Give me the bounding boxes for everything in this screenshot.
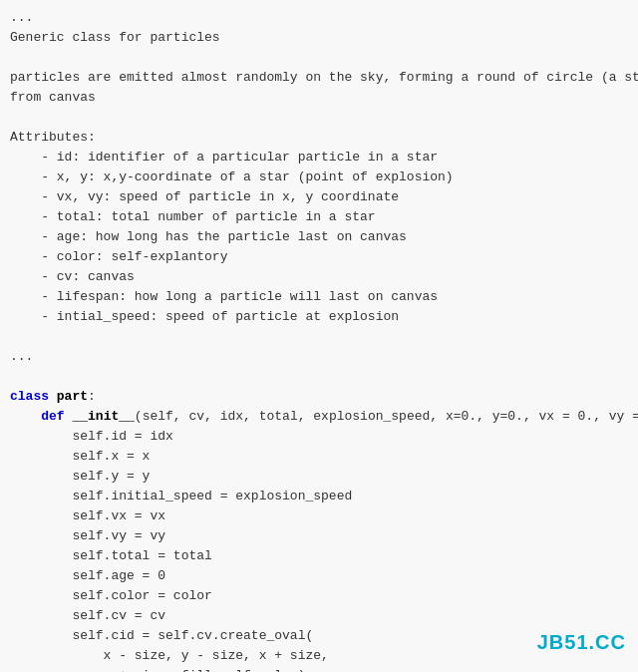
code-line: ... bbox=[10, 347, 628, 367]
code-line bbox=[10, 108, 628, 128]
code-line: - intial_speed: speed of particle at exp… bbox=[10, 307, 628, 327]
code-line: x - size, y - size, x + size, bbox=[10, 646, 628, 666]
code-line: self.id = idx bbox=[10, 427, 628, 447]
code-line: self.x = x bbox=[10, 447, 628, 467]
code-line: self.cv = cv bbox=[10, 606, 628, 626]
code-line: - vx, vy: speed of particle in x, y coor… bbox=[10, 187, 628, 207]
code-line: self.vy = vy bbox=[10, 526, 628, 546]
code-line: - id: identifier of a particular particl… bbox=[10, 148, 628, 168]
code-line: ... bbox=[10, 8, 628, 28]
code-line bbox=[10, 327, 628, 347]
code-line: self.y = y bbox=[10, 467, 628, 487]
watermark-label: JB51.CC bbox=[537, 631, 626, 654]
code-content: ...Generic class for particles particles… bbox=[10, 8, 628, 672]
code-line: - cv: canvas bbox=[10, 267, 628, 287]
code-line: self.cid = self.cv.create_oval( bbox=[10, 626, 628, 646]
code-line bbox=[10, 367, 628, 387]
code-line: self.age = 0 bbox=[10, 566, 628, 586]
code-line: - lifespan: how long a particle will las… bbox=[10, 287, 628, 307]
code-line: class part: bbox=[10, 387, 628, 407]
code-line: - age: how long has the particle last on… bbox=[10, 227, 628, 247]
code-line: self.total = total bbox=[10, 546, 628, 566]
code-line: y + size, fill=self.color) bbox=[10, 666, 628, 672]
code-line: - total: total number of particle in a s… bbox=[10, 207, 628, 227]
code-line: particles are emitted almost randomly on… bbox=[10, 68, 628, 88]
code-line: - x, y: x,y-coordinate of a star (point … bbox=[10, 168, 628, 187]
code-line bbox=[10, 48, 628, 68]
code-line: Attributes: bbox=[10, 128, 628, 148]
code-line: from canvas bbox=[10, 88, 628, 108]
code-line: self.color = color bbox=[10, 586, 628, 606]
code-line: def __init__(self, cv, idx, total, explo… bbox=[10, 407, 628, 427]
code-line: Generic class for particles bbox=[10, 28, 628, 48]
code-line: self.vx = vx bbox=[10, 506, 628, 526]
code-line: - color: self-explantory bbox=[10, 247, 628, 267]
code-line: self.initial_speed = explosion_speed bbox=[10, 487, 628, 506]
